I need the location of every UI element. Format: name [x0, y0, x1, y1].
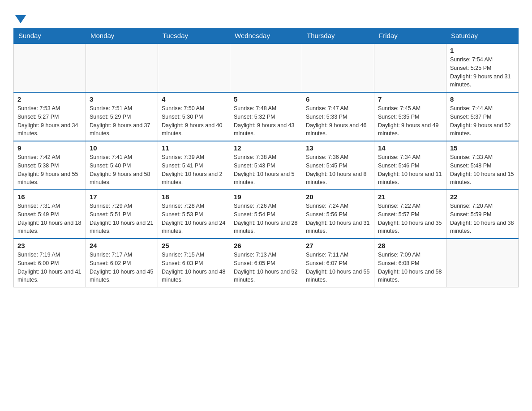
day-number: 5 [234, 95, 298, 103]
day-info: Sunrise: 7:47 AM Sunset: 5:33 PM Dayligh… [306, 104, 370, 138]
day-info: Sunrise: 7:11 AM Sunset: 6:07 PM Dayligh… [306, 251, 370, 284]
day-number: 9 [17, 144, 82, 152]
day-number: 25 [162, 242, 226, 249]
day-info: Sunrise: 7:44 AM Sunset: 5:37 PM Dayligh… [450, 104, 515, 138]
day-info: Sunrise: 7:53 AM Sunset: 5:27 PM Dayligh… [17, 104, 82, 138]
calendar-cell: 14Sunrise: 7:34 AM Sunset: 5:46 PM Dayli… [374, 141, 446, 190]
day-info: Sunrise: 7:20 AM Sunset: 5:59 PM Dayligh… [450, 202, 515, 235]
day-info: Sunrise: 7:42 AM Sunset: 5:38 PM Dayligh… [17, 153, 82, 187]
calendar-cell: 25Sunrise: 7:15 AM Sunset: 6:03 PM Dayli… [158, 239, 230, 287]
day-info: Sunrise: 7:39 AM Sunset: 5:41 PM Dayligh… [162, 153, 226, 187]
day-number: 6 [306, 95, 370, 103]
page-header [13, 9, 519, 23]
calendar-week-2: 2Sunrise: 7:53 AM Sunset: 5:27 PM Daylig… [14, 92, 519, 141]
calendar-cell: 17Sunrise: 7:29 AM Sunset: 5:51 PM Dayli… [86, 190, 158, 239]
day-info: Sunrise: 7:51 AM Sunset: 5:29 PM Dayligh… [90, 104, 154, 138]
calendar-cell: 20Sunrise: 7:24 AM Sunset: 5:56 PM Dayli… [302, 190, 374, 239]
day-number: 28 [378, 242, 442, 249]
calendar-cell: 7Sunrise: 7:45 AM Sunset: 5:35 PM Daylig… [374, 92, 446, 141]
calendar-cell [14, 43, 86, 92]
day-info: Sunrise: 7:36 AM Sunset: 5:45 PM Dayligh… [306, 153, 370, 187]
day-info: Sunrise: 7:41 AM Sunset: 5:40 PM Dayligh… [90, 153, 154, 187]
logo [13, 13, 26, 23]
day-info: Sunrise: 7:26 AM Sunset: 5:54 PM Dayligh… [234, 202, 298, 235]
calendar-cell: 3Sunrise: 7:51 AM Sunset: 5:29 PM Daylig… [86, 92, 158, 141]
calendar-cell [374, 43, 446, 92]
calendar-cell: 11Sunrise: 7:39 AM Sunset: 5:41 PM Dayli… [158, 141, 230, 190]
day-number: 4 [162, 95, 226, 103]
day-number: 16 [17, 193, 82, 201]
calendar-table: SundayMondayTuesdayWednesdayThursdayFrid… [13, 28, 519, 287]
calendar-cell [302, 43, 374, 92]
calendar-cell: 24Sunrise: 7:17 AM Sunset: 6:02 PM Dayli… [86, 239, 158, 287]
day-header-monday: Monday [86, 28, 158, 44]
calendar-cell: 22Sunrise: 7:20 AM Sunset: 5:59 PM Dayli… [446, 190, 519, 239]
calendar-cell [230, 43, 302, 92]
day-header-tuesday: Tuesday [158, 28, 230, 44]
day-number: 23 [17, 242, 82, 249]
day-info: Sunrise: 7:29 AM Sunset: 5:51 PM Dayligh… [90, 202, 154, 235]
calendar-cell: 9Sunrise: 7:42 AM Sunset: 5:38 PM Daylig… [14, 141, 86, 190]
calendar-cell: 4Sunrise: 7:50 AM Sunset: 5:30 PM Daylig… [158, 92, 230, 141]
day-header-friday: Friday [374, 28, 446, 44]
day-info: Sunrise: 7:50 AM Sunset: 5:30 PM Dayligh… [162, 104, 226, 138]
calendar-cell: 19Sunrise: 7:26 AM Sunset: 5:54 PM Dayli… [230, 190, 302, 239]
day-info: Sunrise: 7:24 AM Sunset: 5:56 PM Dayligh… [306, 202, 370, 235]
calendar-cell: 13Sunrise: 7:36 AM Sunset: 5:45 PM Dayli… [302, 141, 374, 190]
day-info: Sunrise: 7:15 AM Sunset: 6:03 PM Dayligh… [162, 251, 226, 284]
day-header-sunday: Sunday [14, 28, 86, 44]
day-number: 2 [17, 95, 82, 103]
day-info: Sunrise: 7:33 AM Sunset: 5:48 PM Dayligh… [450, 153, 515, 187]
logo-triangle-icon [15, 15, 26, 23]
day-header-saturday: Saturday [446, 28, 519, 44]
day-number: 11 [162, 144, 226, 152]
day-number: 18 [162, 193, 226, 201]
day-info: Sunrise: 7:09 AM Sunset: 6:08 PM Dayligh… [378, 251, 442, 284]
day-info: Sunrise: 7:28 AM Sunset: 5:53 PM Dayligh… [162, 202, 226, 235]
calendar-cell [446, 239, 519, 287]
calendar-cell [86, 43, 158, 92]
day-number: 8 [450, 95, 515, 103]
calendar-cell: 27Sunrise: 7:11 AM Sunset: 6:07 PM Dayli… [302, 239, 374, 287]
day-info: Sunrise: 7:45 AM Sunset: 5:35 PM Dayligh… [378, 104, 442, 138]
day-number: 17 [90, 193, 154, 201]
day-info: Sunrise: 7:38 AM Sunset: 5:43 PM Dayligh… [234, 153, 298, 187]
day-number: 1 [450, 47, 515, 54]
calendar-cell: 28Sunrise: 7:09 AM Sunset: 6:08 PM Dayli… [374, 239, 446, 287]
calendar-cell: 23Sunrise: 7:19 AM Sunset: 6:00 PM Dayli… [14, 239, 86, 287]
day-info: Sunrise: 7:31 AM Sunset: 5:49 PM Dayligh… [17, 202, 82, 235]
calendar-cell: 16Sunrise: 7:31 AM Sunset: 5:49 PM Dayli… [14, 190, 86, 239]
day-number: 12 [234, 144, 298, 152]
calendar-header-row: SundayMondayTuesdayWednesdayThursdayFrid… [14, 28, 519, 44]
day-header-thursday: Thursday [302, 28, 374, 44]
day-info: Sunrise: 7:48 AM Sunset: 5:32 PM Dayligh… [234, 104, 298, 138]
calendar-week-5: 23Sunrise: 7:19 AM Sunset: 6:00 PM Dayli… [14, 239, 519, 287]
day-info: Sunrise: 7:13 AM Sunset: 6:05 PM Dayligh… [234, 251, 298, 284]
day-number: 3 [90, 95, 154, 103]
day-info: Sunrise: 7:34 AM Sunset: 5:46 PM Dayligh… [378, 153, 442, 187]
day-number: 7 [378, 95, 442, 103]
day-number: 20 [306, 193, 370, 201]
day-number: 21 [378, 193, 442, 201]
day-info: Sunrise: 7:22 AM Sunset: 5:57 PM Dayligh… [378, 202, 442, 235]
day-number: 24 [90, 242, 154, 249]
calendar-cell: 6Sunrise: 7:47 AM Sunset: 5:33 PM Daylig… [302, 92, 374, 141]
calendar-cell: 2Sunrise: 7:53 AM Sunset: 5:27 PM Daylig… [14, 92, 86, 141]
day-info: Sunrise: 7:54 AM Sunset: 5:25 PM Dayligh… [450, 56, 515, 89]
day-number: 15 [450, 144, 515, 152]
calendar-cell: 18Sunrise: 7:28 AM Sunset: 5:53 PM Dayli… [158, 190, 230, 239]
calendar-cell: 10Sunrise: 7:41 AM Sunset: 5:40 PM Dayli… [86, 141, 158, 190]
calendar-week-3: 9Sunrise: 7:42 AM Sunset: 5:38 PM Daylig… [14, 141, 519, 190]
calendar-cell: 15Sunrise: 7:33 AM Sunset: 5:48 PM Dayli… [446, 141, 519, 190]
day-info: Sunrise: 7:19 AM Sunset: 6:00 PM Dayligh… [17, 251, 82, 284]
day-number: 13 [306, 144, 370, 152]
calendar-cell: 5Sunrise: 7:48 AM Sunset: 5:32 PM Daylig… [230, 92, 302, 141]
day-number: 26 [234, 242, 298, 249]
calendar-cell: 21Sunrise: 7:22 AM Sunset: 5:57 PM Dayli… [374, 190, 446, 239]
day-number: 27 [306, 242, 370, 249]
calendar-cell: 26Sunrise: 7:13 AM Sunset: 6:05 PM Dayli… [230, 239, 302, 287]
calendar-week-1: 1Sunrise: 7:54 AM Sunset: 5:25 PM Daylig… [14, 43, 519, 92]
day-number: 10 [90, 144, 154, 152]
calendar-cell: 8Sunrise: 7:44 AM Sunset: 5:37 PM Daylig… [446, 92, 519, 141]
calendar-cell: 1Sunrise: 7:54 AM Sunset: 5:25 PM Daylig… [446, 43, 519, 92]
